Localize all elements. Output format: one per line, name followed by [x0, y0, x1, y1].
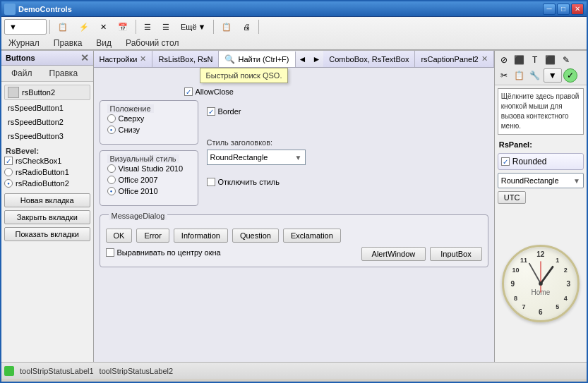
toolbar-icon-3[interactable]: ✕: [95, 19, 112, 35]
rs-speed-button2[interactable]: rsSpeedButton2: [4, 116, 90, 128]
msg-buttons-row: OK Error Information Question Exclamatio…: [106, 229, 482, 243]
toolbar-icon-8[interactable]: 🖨: [238, 19, 256, 35]
position-sverhu[interactable]: Сверху: [107, 114, 191, 123]
close-button[interactable]: ✕: [571, 4, 584, 15]
right-tool-select[interactable]: ▼: [544, 68, 562, 83]
tab-caption-panel[interactable]: rsCaptionPanel2 ✕: [415, 51, 493, 67]
minimize-button[interactable]: ─: [543, 4, 556, 15]
border-row[interactable]: Border: [207, 107, 306, 116]
right-tool-2[interactable]: ⬛: [512, 53, 527, 67]
maximize-button[interactable]: □: [557, 4, 570, 15]
rs-speed-button3[interactable]: rsSpeedButton3: [4, 130, 90, 142]
toolbar-row-1: ▼ 📋 ⚡ ✕ 📅 ☰ ☰ Ещё ▼ 📋 🖨: [1, 17, 587, 37]
checkbox-row-1[interactable]: rsCheckBox1: [4, 157, 90, 165]
tab-caption-panel-close[interactable]: ✕: [481, 54, 488, 63]
right-text-area: Щёлкните здесь правой кнопкой мыши для в…: [498, 88, 584, 135]
position-group-title: Положение: [107, 104, 154, 113]
utc-button[interactable]: UTC: [498, 191, 527, 204]
radio-office2007[interactable]: [107, 176, 116, 184]
radio-1[interactable]: [4, 168, 13, 176]
more-button[interactable]: Ещё ▼: [176, 19, 210, 35]
border-checkbox[interactable]: [207, 107, 215, 116]
toolbar-icon-4[interactable]: 📅: [113, 19, 133, 35]
right-style-arrow: ▼: [573, 177, 580, 185]
checkbox-1[interactable]: [4, 157, 13, 165]
radio-office2010[interactable]: [107, 187, 116, 195]
tab-bar: Настройки ✕ RsListBox, RsN 🔍 Найти (Ctrl…: [94, 51, 494, 68]
panel-menu-edit[interactable]: Правка: [42, 67, 85, 80]
toolbar-icon-7[interactable]: 📋: [217, 19, 236, 35]
tab-view[interactable]: Вид: [89, 37, 119, 49]
toolbar-icon-1[interactable]: 📋: [53, 19, 73, 35]
disable-style-checkbox[interactable]: [207, 178, 215, 186]
right-style-select[interactable]: RoundRectangle ▼: [498, 173, 584, 188]
tab-journal[interactable]: Журнал: [1, 37, 47, 49]
align-center-checkbox[interactable]: [106, 248, 114, 257]
tab-edit[interactable]: Правка: [47, 37, 90, 49]
right-panel: ⊘ ⬛ T ⬛ ✎ ✂ 📋 🔧 ▼ ✓ Щёлкните здесь право…: [495, 51, 587, 362]
toolbar-icon-5[interactable]: ☰: [139, 19, 156, 35]
position-snizu[interactable]: Снизу: [107, 126, 191, 134]
buttons-panel-close[interactable]: ✕: [80, 52, 89, 63]
status-indicator: [4, 366, 14, 376]
radio-2[interactable]: [4, 179, 13, 188]
sep2: [136, 20, 136, 34]
radio-row-1[interactable]: rsRadioButton1: [4, 168, 90, 176]
allow-close-row[interactable]: AllowClose: [184, 87, 488, 96]
panel-menu-file[interactable]: Файл: [4, 67, 40, 80]
vs2010-radio[interactable]: Visual Studio 2010: [107, 164, 191, 173]
tab-nav-forward[interactable]: ◄: [296, 52, 310, 66]
radio-sverhu[interactable]: [107, 114, 116, 123]
input-box-button[interactable]: InputBox: [430, 247, 481, 261]
msg-question-button[interactable]: Question: [232, 229, 279, 243]
right-tool-5[interactable]: ✎: [559, 53, 573, 67]
close-tabs-button[interactable]: Закрыть вкладки: [4, 210, 90, 224]
buttons-panel-toolbar: Файл Правка: [1, 66, 93, 82]
tab-rslistbox[interactable]: RsListBox, RsN: [152, 51, 219, 67]
radio-vs2010[interactable]: [107, 164, 116, 173]
rs-speed-button1[interactable]: rsSpeedButton1: [4, 102, 90, 114]
toolbar-icon-2[interactable]: ⚡: [74, 19, 94, 35]
window-controls: ─ □ ✕: [543, 4, 584, 15]
office2010-radio[interactable]: Office 2010: [107, 187, 191, 195]
left-panel: Buttons ✕ Файл Правка rsButton2 rsSpeedB…: [1, 51, 94, 362]
toolbar-icon-6[interactable]: ☰: [157, 19, 174, 35]
msg-error-button[interactable]: Error: [136, 229, 169, 243]
right-tool-3[interactable]: T: [528, 53, 542, 67]
style-select[interactable]: RoundRectangle ▼: [207, 150, 306, 165]
buttons-panel-content: rsButton2 rsSpeedButton1 rsSpeedButton2 …: [1, 82, 93, 362]
right-tool-7[interactable]: 📋: [512, 68, 527, 83]
msg-information-button[interactable]: Information: [174, 229, 228, 243]
radio-row-2[interactable]: rsRadioButton2: [4, 179, 90, 188]
msg-ok-button[interactable]: OK: [106, 229, 133, 243]
radio-snizu[interactable]: [107, 126, 116, 134]
tab-find[interactable]: 🔍 Найти (Ctrl+F): [219, 51, 295, 68]
show-tabs-button[interactable]: Показать вкладки: [4, 227, 90, 241]
position-group: Положение Сверху Снизу: [100, 100, 198, 145]
office2007-radio[interactable]: Office 2007: [107, 176, 191, 184]
tab-nav-back[interactable]: ►: [309, 52, 323, 66]
buttons-panel-header: Buttons ✕: [1, 51, 93, 66]
clock-container: 12 3 6 9 1 2 4 5 7 8 10 11 Home: [495, 205, 587, 362]
align-center-row[interactable]: Выравнивать по центру окна: [106, 248, 221, 257]
disable-style-row[interactable]: Отключить стиль: [207, 178, 306, 186]
tab-settings-close[interactable]: ✕: [140, 54, 146, 63]
new-tab-button[interactable]: Новая вкладка: [4, 193, 90, 207]
button-icon: [8, 87, 19, 98]
tab-settings[interactable]: Настройки ✕: [94, 51, 153, 67]
msg-exclamation-button[interactable]: Exclamation: [283, 229, 341, 243]
tab-combobox[interactable]: ComboBox, RsTextBox: [323, 51, 415, 67]
right-tool-6[interactable]: ✂: [497, 68, 511, 83]
right-tool-1[interactable]: ⊘: [497, 53, 511, 67]
toolbar-dropdown-1[interactable]: ▼: [4, 19, 47, 35]
right-tool-9[interactable]: ✓: [563, 68, 577, 83]
alert-window-button[interactable]: AlertWindow: [361, 247, 426, 261]
right-toolbar: ⊘ ⬛ T ⬛ ✎ ✂ 📋 🔧 ▼ ✓: [495, 51, 587, 85]
right-tool-4[interactable]: ⬛: [544, 53, 558, 67]
right-tool-8[interactable]: 🔧: [528, 68, 542, 83]
allow-close-checkbox[interactable]: [184, 87, 193, 96]
rounded-row[interactable]: Rounded: [498, 153, 584, 170]
rounded-checkbox[interactable]: [501, 157, 510, 166]
rs-button2[interactable]: rsButton2: [4, 85, 90, 100]
tab-desktop[interactable]: Рабочий стол: [119, 37, 186, 49]
